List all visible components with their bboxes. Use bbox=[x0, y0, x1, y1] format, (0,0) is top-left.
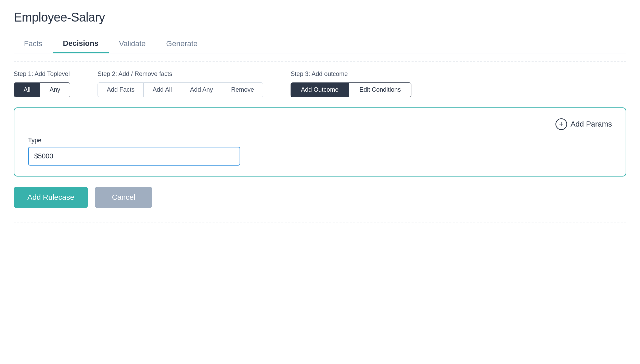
tab-facts[interactable]: Facts bbox=[14, 35, 53, 53]
add-outcome-button[interactable]: Add Outcome bbox=[291, 82, 349, 97]
page-title: Employee-Salary bbox=[14, 10, 626, 25]
step1-label: Step 1: Add Toplevel bbox=[14, 70, 70, 78]
add-all-button[interactable]: Add All bbox=[144, 83, 181, 97]
step3-label: Step 3: Add outcome bbox=[291, 70, 411, 78]
tab-decisions[interactable]: Decisions bbox=[53, 35, 109, 53]
bottom-dashed-separator bbox=[14, 222, 626, 222]
add-params-icon[interactable]: + bbox=[555, 118, 567, 130]
any-button[interactable]: Any bbox=[40, 83, 70, 97]
type-field-group: Type bbox=[28, 137, 612, 166]
type-label: Type bbox=[28, 137, 612, 144]
steps-row: Step 1: Add Toplevel All Any Step 2: Add… bbox=[14, 70, 626, 97]
facts-buttons-group: Add Facts Add All Add Any Remove bbox=[98, 82, 263, 97]
cancel-button[interactable]: Cancel bbox=[95, 187, 152, 208]
add-params-row: + Add Params bbox=[28, 118, 612, 130]
step1-section: Step 1: Add Toplevel All Any bbox=[14, 70, 70, 97]
tab-validate[interactable]: Validate bbox=[109, 35, 156, 53]
edit-conditions-button[interactable]: Edit Conditions bbox=[349, 82, 411, 97]
outcome-buttons-group: Add Outcome Edit Conditions bbox=[291, 82, 411, 97]
step2-label: Step 2: Add / Remove facts bbox=[98, 70, 263, 78]
top-dashed-separator bbox=[14, 62, 626, 62]
add-any-button[interactable]: Add Any bbox=[181, 83, 222, 97]
all-button[interactable]: All bbox=[14, 83, 40, 97]
action-buttons-row: Add Rulecase Cancel bbox=[14, 187, 626, 208]
add-facts-button[interactable]: Add Facts bbox=[98, 83, 144, 97]
add-params-label[interactable]: Add Params bbox=[571, 120, 612, 129]
remove-button[interactable]: Remove bbox=[222, 83, 263, 97]
all-any-toggle: All Any bbox=[14, 82, 70, 97]
rulecase-card: + Add Params Type bbox=[14, 107, 626, 177]
type-input[interactable] bbox=[28, 147, 240, 166]
add-rulecase-button[interactable]: Add Rulecase bbox=[14, 187, 88, 208]
tab-generate[interactable]: Generate bbox=[156, 35, 208, 53]
step3-section: Step 3: Add outcome Add Outcome Edit Con… bbox=[291, 70, 411, 97]
tabs-nav: Facts Decisions Validate Generate bbox=[14, 35, 626, 53]
step2-section: Step 2: Add / Remove facts Add Facts Add… bbox=[98, 70, 263, 97]
